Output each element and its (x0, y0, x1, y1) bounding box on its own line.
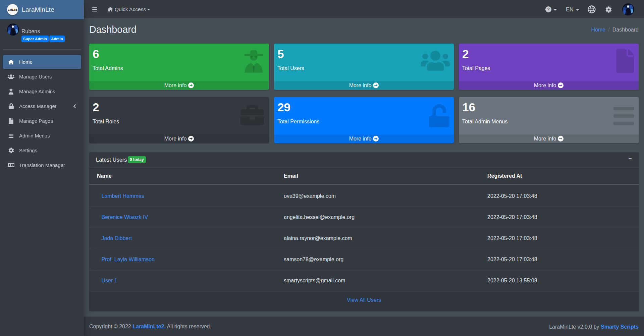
svg-text:?: ? (547, 7, 549, 11)
